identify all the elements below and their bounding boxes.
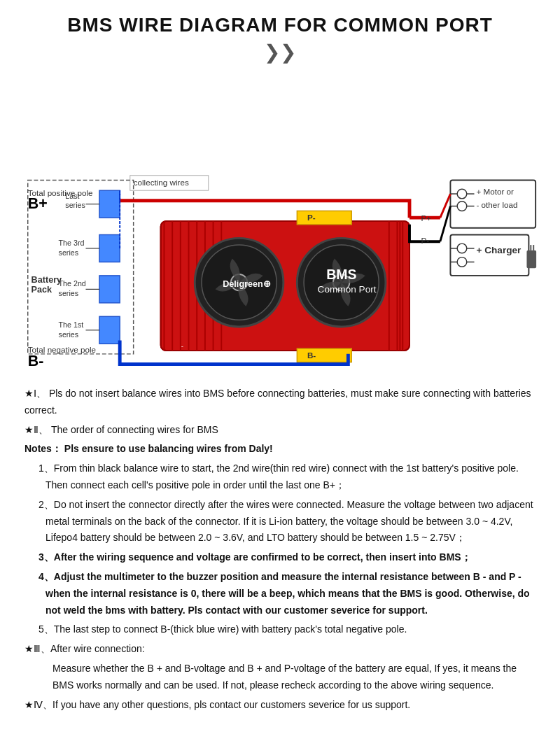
- svg-text:collecting wires: collecting wires: [134, 178, 189, 187]
- svg-text:The 3rd: The 3rd: [59, 239, 85, 247]
- svg-text:+ Motor or: + Motor or: [476, 187, 514, 196]
- chevron-icon: ❯❯: [21, 41, 539, 64]
- svg-text:B-: B-: [307, 351, 316, 360]
- svg-rect-18: [99, 316, 120, 344]
- svg-text:The 2nd: The 2nd: [59, 279, 86, 288]
- svg-text:P-: P-: [421, 236, 430, 245]
- instructions-section: ★Ⅰ、 Pls do not insert balance wires into…: [21, 386, 539, 713]
- bms-diagram: collecting wires Battery Pack Last serie…: [21, 71, 539, 372]
- svg-rect-14: [99, 276, 120, 303]
- item2-text: 2、Do not insert the connector directly a…: [38, 497, 536, 546]
- svg-rect-6: [99, 190, 120, 218]
- notes-text: Notes： Pls ensure to use balancing wires…: [24, 441, 536, 458]
- svg-text:B+: B+: [28, 195, 48, 212]
- item1-text: 1、From thin black balance wire to start,…: [38, 460, 536, 494]
- star4-text: ★Ⅳ、If you have any other questions, pls …: [24, 697, 536, 714]
- item4-text: 4、Adjust the multimeter to the buzzer po…: [38, 569, 536, 619]
- svg-text:Deligreen⊕: Deligreen⊕: [223, 279, 271, 289]
- svg-text:B-: B-: [28, 353, 44, 369]
- svg-rect-45: [297, 211, 351, 224]
- svg-rect-10: [99, 234, 120, 262]
- svg-text:P+: P+: [421, 213, 432, 223]
- svg-rect-74: [526, 251, 536, 268]
- notes-label: Notes：: [24, 443, 62, 454]
- svg-text:-: -: [181, 342, 183, 350]
- svg-text:P-: P-: [307, 213, 316, 222]
- item3-text: 3、After the wiring sequence and voltage …: [38, 549, 536, 566]
- svg-text:series: series: [59, 289, 79, 297]
- star2-text: ★Ⅱ、 The order of connecting wires for BM…: [24, 422, 536, 439]
- svg-text:The 1st: The 1st: [59, 320, 84, 329]
- notes-bold: Pls ensure to use balancing wires from D…: [64, 443, 273, 454]
- svg-text:series: series: [59, 330, 79, 339]
- svg-text:+ Charger: + Charger: [476, 245, 522, 255]
- svg-text:Common Port: Common Port: [318, 284, 377, 295]
- star3-body: Measure whether the B + and B-voltage an…: [52, 661, 536, 694]
- svg-text:series: series: [59, 248, 79, 257]
- star1-text: ★Ⅰ、 Pls do not insert balance wires into…: [24, 386, 536, 419]
- svg-text:series: series: [65, 202, 85, 210]
- svg-text:- other load: - other load: [476, 201, 517, 210]
- page-title: BMS WIRE DIAGRAM FOR COMMON PORT: [21, 14, 539, 36]
- svg-text:BMS: BMS: [326, 267, 356, 282]
- item5-text: 5、The last step to connect B-(thick blue…: [38, 621, 536, 638]
- star3-title: ★Ⅲ、After wire connection:: [24, 641, 536, 658]
- svg-rect-47: [297, 348, 351, 362]
- svg-text:Pack: Pack: [31, 285, 52, 295]
- svg-text:Battery: Battery: [31, 275, 62, 285]
